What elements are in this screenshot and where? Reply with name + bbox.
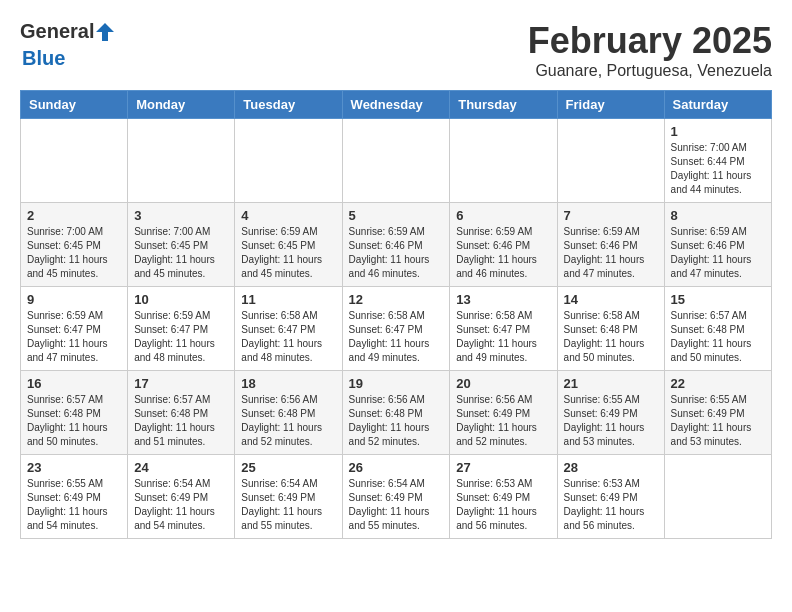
day-number: 27 (456, 460, 550, 475)
day-number: 19 (349, 376, 444, 391)
day-info: Sunrise: 6:53 AM Sunset: 6:49 PM Dayligh… (456, 477, 550, 533)
day-info: Sunrise: 6:55 AM Sunset: 6:49 PM Dayligh… (564, 393, 658, 449)
calendar-cell: 8Sunrise: 6:59 AM Sunset: 6:46 PM Daylig… (664, 203, 771, 287)
day-number: 24 (134, 460, 228, 475)
day-number: 11 (241, 292, 335, 307)
weekday-monday: Monday (128, 91, 235, 119)
calendar-cell: 3Sunrise: 7:00 AM Sunset: 6:45 PM Daylig… (128, 203, 235, 287)
logo-blue: Blue (22, 47, 65, 69)
day-info: Sunrise: 6:59 AM Sunset: 6:46 PM Dayligh… (349, 225, 444, 281)
calendar-week-3: 9Sunrise: 6:59 AM Sunset: 6:47 PM Daylig… (21, 287, 772, 371)
calendar-cell (557, 119, 664, 203)
day-info: Sunrise: 6:54 AM Sunset: 6:49 PM Dayligh… (349, 477, 444, 533)
calendar-cell: 10Sunrise: 6:59 AM Sunset: 6:47 PM Dayli… (128, 287, 235, 371)
calendar-cell: 24Sunrise: 6:54 AM Sunset: 6:49 PM Dayli… (128, 455, 235, 539)
calendar-cell: 12Sunrise: 6:58 AM Sunset: 6:47 PM Dayli… (342, 287, 450, 371)
calendar-cell (450, 119, 557, 203)
svg-marker-0 (96, 23, 114, 41)
day-info: Sunrise: 6:57 AM Sunset: 6:48 PM Dayligh… (671, 309, 765, 365)
calendar-cell: 21Sunrise: 6:55 AM Sunset: 6:49 PM Dayli… (557, 371, 664, 455)
calendar-cell (664, 455, 771, 539)
day-number: 16 (27, 376, 121, 391)
day-info: Sunrise: 7:00 AM Sunset: 6:44 PM Dayligh… (671, 141, 765, 197)
day-number: 9 (27, 292, 121, 307)
calendar-cell: 13Sunrise: 6:58 AM Sunset: 6:47 PM Dayli… (450, 287, 557, 371)
calendar-cell (342, 119, 450, 203)
day-info: Sunrise: 6:53 AM Sunset: 6:49 PM Dayligh… (564, 477, 658, 533)
day-number: 22 (671, 376, 765, 391)
calendar-cell: 25Sunrise: 6:54 AM Sunset: 6:49 PM Dayli… (235, 455, 342, 539)
logo-general: General (20, 20, 94, 42)
weekday-wednesday: Wednesday (342, 91, 450, 119)
day-number: 13 (456, 292, 550, 307)
header: General Blue February 2025 Guanare, Port… (20, 20, 772, 80)
day-number: 26 (349, 460, 444, 475)
weekday-friday: Friday (557, 91, 664, 119)
calendar-cell: 4Sunrise: 6:59 AM Sunset: 6:45 PM Daylig… (235, 203, 342, 287)
calendar-week-4: 16Sunrise: 6:57 AM Sunset: 6:48 PM Dayli… (21, 371, 772, 455)
day-info: Sunrise: 6:56 AM Sunset: 6:48 PM Dayligh… (241, 393, 335, 449)
day-info: Sunrise: 6:54 AM Sunset: 6:49 PM Dayligh… (241, 477, 335, 533)
weekday-sunday: Sunday (21, 91, 128, 119)
calendar-cell (128, 119, 235, 203)
day-number: 8 (671, 208, 765, 223)
day-number: 21 (564, 376, 658, 391)
calendar-cell: 20Sunrise: 6:56 AM Sunset: 6:49 PM Dayli… (450, 371, 557, 455)
calendar-cell: 23Sunrise: 6:55 AM Sunset: 6:49 PM Dayli… (21, 455, 128, 539)
day-number: 4 (241, 208, 335, 223)
calendar-week-5: 23Sunrise: 6:55 AM Sunset: 6:49 PM Dayli… (21, 455, 772, 539)
calendar-cell: 11Sunrise: 6:58 AM Sunset: 6:47 PM Dayli… (235, 287, 342, 371)
calendar-cell: 28Sunrise: 6:53 AM Sunset: 6:49 PM Dayli… (557, 455, 664, 539)
day-info: Sunrise: 6:58 AM Sunset: 6:47 PM Dayligh… (349, 309, 444, 365)
day-number: 17 (134, 376, 228, 391)
calendar-cell: 15Sunrise: 6:57 AM Sunset: 6:48 PM Dayli… (664, 287, 771, 371)
calendar-body: 1Sunrise: 7:00 AM Sunset: 6:44 PM Daylig… (21, 119, 772, 539)
day-info: Sunrise: 7:00 AM Sunset: 6:45 PM Dayligh… (134, 225, 228, 281)
day-number: 7 (564, 208, 658, 223)
day-info: Sunrise: 6:58 AM Sunset: 6:47 PM Dayligh… (241, 309, 335, 365)
day-number: 1 (671, 124, 765, 139)
day-number: 28 (564, 460, 658, 475)
day-number: 6 (456, 208, 550, 223)
day-info: Sunrise: 6:59 AM Sunset: 6:46 PM Dayligh… (564, 225, 658, 281)
calendar-cell: 14Sunrise: 6:58 AM Sunset: 6:48 PM Dayli… (557, 287, 664, 371)
day-number: 18 (241, 376, 335, 391)
logo: General Blue (20, 20, 116, 70)
day-info: Sunrise: 6:59 AM Sunset: 6:47 PM Dayligh… (134, 309, 228, 365)
day-number: 14 (564, 292, 658, 307)
day-number: 15 (671, 292, 765, 307)
day-info: Sunrise: 6:57 AM Sunset: 6:48 PM Dayligh… (134, 393, 228, 449)
day-number: 25 (241, 460, 335, 475)
calendar-cell: 16Sunrise: 6:57 AM Sunset: 6:48 PM Dayli… (21, 371, 128, 455)
day-info: Sunrise: 6:58 AM Sunset: 6:47 PM Dayligh… (456, 309, 550, 365)
day-info: Sunrise: 6:59 AM Sunset: 6:46 PM Dayligh… (456, 225, 550, 281)
calendar-cell: 19Sunrise: 6:56 AM Sunset: 6:48 PM Dayli… (342, 371, 450, 455)
day-number: 2 (27, 208, 121, 223)
day-info: Sunrise: 6:59 AM Sunset: 6:47 PM Dayligh… (27, 309, 121, 365)
month-title: February 2025 (528, 20, 772, 62)
calendar-cell: 26Sunrise: 6:54 AM Sunset: 6:49 PM Dayli… (342, 455, 450, 539)
day-number: 12 (349, 292, 444, 307)
calendar-cell: 6Sunrise: 6:59 AM Sunset: 6:46 PM Daylig… (450, 203, 557, 287)
calendar-week-2: 2Sunrise: 7:00 AM Sunset: 6:45 PM Daylig… (21, 203, 772, 287)
weekday-thursday: Thursday (450, 91, 557, 119)
day-info: Sunrise: 6:55 AM Sunset: 6:49 PM Dayligh… (671, 393, 765, 449)
day-number: 23 (27, 460, 121, 475)
location-title: Guanare, Portuguesa, Venezuela (528, 62, 772, 80)
calendar-cell: 27Sunrise: 6:53 AM Sunset: 6:49 PM Dayli… (450, 455, 557, 539)
day-info: Sunrise: 6:56 AM Sunset: 6:48 PM Dayligh… (349, 393, 444, 449)
calendar-cell: 1Sunrise: 7:00 AM Sunset: 6:44 PM Daylig… (664, 119, 771, 203)
weekday-tuesday: Tuesday (235, 91, 342, 119)
calendar-cell: 9Sunrise: 6:59 AM Sunset: 6:47 PM Daylig… (21, 287, 128, 371)
day-number: 5 (349, 208, 444, 223)
calendar-table: SundayMondayTuesdayWednesdayThursdayFrid… (20, 90, 772, 539)
day-number: 20 (456, 376, 550, 391)
calendar-cell: 2Sunrise: 7:00 AM Sunset: 6:45 PM Daylig… (21, 203, 128, 287)
calendar-cell: 5Sunrise: 6:59 AM Sunset: 6:46 PM Daylig… (342, 203, 450, 287)
calendar-cell: 17Sunrise: 6:57 AM Sunset: 6:48 PM Dayli… (128, 371, 235, 455)
calendar-cell (21, 119, 128, 203)
calendar-cell: 7Sunrise: 6:59 AM Sunset: 6:46 PM Daylig… (557, 203, 664, 287)
calendar-week-1: 1Sunrise: 7:00 AM Sunset: 6:44 PM Daylig… (21, 119, 772, 203)
title-area: February 2025 Guanare, Portuguesa, Venez… (528, 20, 772, 80)
weekday-header-row: SundayMondayTuesdayWednesdayThursdayFrid… (21, 91, 772, 119)
